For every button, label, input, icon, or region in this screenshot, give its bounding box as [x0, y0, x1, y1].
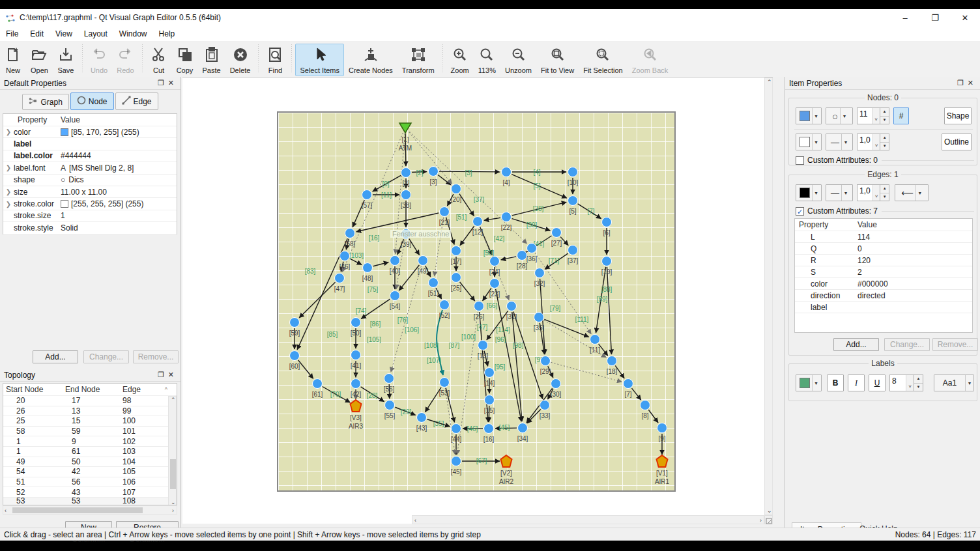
- graph-canvas[interactable]: [2][3][4][5][7][9][11][38][39][41][71][8…: [182, 77, 773, 524]
- graph-node[interactable]: [452, 184, 461, 194]
- topology-row[interactable]: 201798: [3, 396, 177, 406]
- close-panel-icon[interactable]: ✕: [168, 79, 178, 87]
- close-button[interactable]: ✕: [950, 9, 980, 27]
- chevron-down-icon[interactable]: ▾: [812, 185, 820, 201]
- graph-node[interactable]: [390, 291, 400, 301]
- graph-node[interactable]: [384, 374, 394, 384]
- topology-row[interactable]: 2515100: [3, 416, 177, 427]
- toolbar-open-button[interactable]: Open: [26, 44, 53, 76]
- label-preset-combo[interactable]: Aa1▾: [934, 374, 974, 391]
- spin-up-icon[interactable]: ▲: [880, 134, 889, 143]
- scroll-down-icon[interactable]: ⌄: [767, 507, 772, 514]
- column-header[interactable]: Edge: [122, 385, 165, 394]
- graph-node[interactable]: [474, 302, 484, 311]
- outline-width-spinner[interactable]: 1,0˅ ▲▼: [857, 134, 889, 150]
- column-header[interactable]: Start Node: [3, 385, 65, 394]
- graph-node[interactable]: [641, 401, 650, 410]
- label-color-button[interactable]: ▾: [796, 374, 822, 391]
- property-row-color[interactable]: ❯color[85, 170, 255] (255): [3, 126, 177, 138]
- outline-color-button[interactable]: ▾: [796, 134, 822, 150]
- topology-row[interactable]: 19102: [3, 436, 177, 447]
- graph-node[interactable]: [340, 251, 350, 261]
- graph-node[interactable]: [657, 423, 667, 433]
- graph-node[interactable]: [552, 228, 562, 238]
- toolbar-113--button[interactable]: 113%: [474, 44, 500, 76]
- spin-down-icon[interactable]: ▼: [914, 384, 923, 391]
- scroll-right-icon[interactable]: ›: [172, 507, 174, 514]
- graph-edge[interactable]: [435, 218, 444, 276]
- toolbar-zoom-button[interactable]: Zoom: [446, 44, 474, 76]
- graph-edge[interactable]: [373, 262, 389, 266]
- chevron-down-icon[interactable]: ▾: [915, 185, 924, 201]
- column-header[interactable]: Property: [3, 115, 61, 124]
- close-panel-icon[interactable]: ✕: [168, 371, 178, 378]
- graph-node[interactable]: [485, 395, 495, 405]
- graph-node[interactable]: [440, 207, 450, 217]
- toolbar-save-button[interactable]: Save: [53, 44, 79, 76]
- spin-up-icon[interactable]: ▲: [914, 375, 923, 384]
- minimize-button[interactable]: –: [890, 9, 920, 27]
- graph-node[interactable]: [568, 196, 578, 206]
- graph-node[interactable]: [452, 273, 461, 283]
- graph-node[interactable]: [490, 279, 500, 289]
- column-header[interactable]: Value: [61, 115, 80, 124]
- graph-node[interactable]: [518, 423, 528, 433]
- graph-node[interactable]: [602, 257, 612, 266]
- toolbar-create-nodes-button[interactable]: Create Nodes: [344, 44, 397, 76]
- graph-node[interactable]: [502, 167, 512, 177]
- defaults-add-button[interactable]: Add...: [33, 350, 78, 363]
- edge-attribute-row-L[interactable]: L114: [795, 231, 972, 243]
- italic-button[interactable]: I: [848, 374, 865, 391]
- chevron-down-icon[interactable]: ▾: [812, 134, 820, 150]
- toolbar-delete-button[interactable]: Delete: [225, 44, 255, 76]
- graph-node[interactable]: [484, 424, 494, 434]
- graph-node[interactable]: [452, 457, 461, 466]
- chevron-down-icon[interactable]: ▾: [965, 375, 973, 391]
- column-header[interactable]: End Node: [65, 385, 122, 394]
- toolbar-paste-button[interactable]: Paste: [198, 44, 225, 76]
- sort-indicator-icon[interactable]: ^: [165, 386, 177, 393]
- scroll-up-icon[interactable]: ⌃: [767, 79, 772, 85]
- scroll-down-icon[interactable]: ⌄: [171, 499, 176, 505]
- property-row-stroke.size[interactable]: stroke.size1: [3, 210, 177, 222]
- underline-button[interactable]: U: [869, 374, 886, 391]
- edge-direction-button[interactable]: ⟵▾: [895, 184, 929, 201]
- property-row-stroke.style[interactable]: stroke.styleSolid: [3, 222, 177, 234]
- node-size-lock-button[interactable]: #: [893, 107, 909, 124]
- float-panel-icon[interactable]: ❐: [957, 79, 968, 87]
- scroll-left-icon[interactable]: ‹: [414, 517, 416, 524]
- topology-row[interactable]: 5859101: [3, 427, 177, 437]
- property-row-label.font[interactable]: ❯label.fontA[MS Shell Dlg 2, 8]: [3, 162, 177, 174]
- bold-button[interactable]: B: [827, 374, 844, 391]
- toolbar-find-button[interactable]: Find: [262, 44, 288, 76]
- menu-edit[interactable]: Edit: [24, 27, 50, 40]
- graph-edge[interactable]: [350, 259, 362, 264]
- label-size-spinner[interactable]: 8˅ ▲▼: [889, 374, 923, 391]
- graph-node[interactable]: [440, 378, 450, 388]
- graph-edge[interactable]: [512, 312, 522, 421]
- graph-edge[interactable]: [342, 133, 403, 272]
- graph-node[interactable]: [607, 356, 617, 366]
- float-panel-icon[interactable]: ❐: [158, 371, 168, 378]
- graph-node[interactable]: [429, 167, 439, 177]
- graph-node-pentagon[interactable]: [657, 455, 668, 467]
- graph-node[interactable]: [351, 318, 361, 328]
- graph-node[interactable]: [452, 246, 461, 256]
- chevron-down-icon[interactable]: ▾: [841, 185, 850, 201]
- graph-node[interactable]: [568, 167, 578, 177]
- node-color-button[interactable]: ▾: [796, 107, 822, 124]
- graph-node[interactable]: [517, 251, 527, 261]
- graph-node[interactable]: [527, 244, 537, 253]
- menu-help[interactable]: Help: [153, 27, 181, 40]
- column-header[interactable]: Value: [857, 220, 877, 229]
- expand-icon[interactable]: ❯: [3, 201, 14, 208]
- edge-style-button[interactable]: —▾: [826, 184, 853, 201]
- edge-color-button[interactable]: ▾: [796, 184, 822, 201]
- tab-edge[interactable]: Edge: [115, 92, 158, 110]
- graph-node[interactable]: [390, 256, 400, 266]
- edge-attribute-row-S[interactable]: S2: [795, 266, 972, 278]
- edge-attribute-row-Q[interactable]: Q0: [795, 243, 972, 255]
- graph-node[interactable]: [385, 401, 395, 410]
- graph-node[interactable]: [313, 379, 323, 389]
- menu-layout[interactable]: Layout: [78, 27, 113, 40]
